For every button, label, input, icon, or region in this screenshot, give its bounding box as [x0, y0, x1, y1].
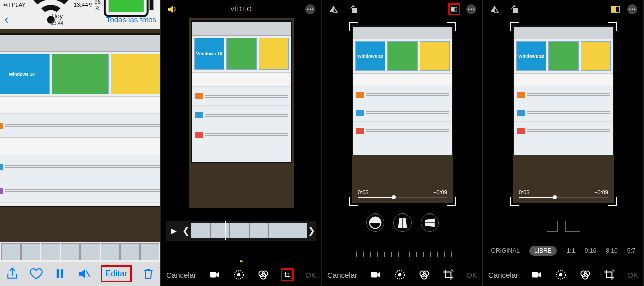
ratio-original[interactable]: ORIGINAL: [491, 247, 520, 254]
delete-button[interactable]: [141, 266, 156, 281]
crop-handle-bl[interactable]: [510, 197, 519, 206]
svg-rect-16: [352, 8, 357, 13]
svg-point-7: [307, 9, 309, 10]
carrier-label: PLAY: [12, 2, 25, 8]
trim-end-handle[interactable]: ❯: [307, 225, 316, 236]
filters-tool[interactable]: [257, 268, 270, 281]
nav-title-block: Hoy 13:44: [51, 13, 63, 25]
ok-button[interactable]: OK: [627, 271, 638, 279]
timeline-strip[interactable]: ▶ ❮ ❯: [166, 221, 316, 241]
svg-point-42: [559, 273, 562, 277]
ratio-1-1[interactable]: 1:1: [567, 247, 575, 254]
video-scrubber[interactable]: 0:05 −0:09: [358, 189, 447, 198]
straighten-controls: [322, 213, 482, 232]
video-scrubber[interactable]: 0:05 −0:09: [519, 189, 608, 198]
aspect-ratio-button[interactable]: [448, 3, 460, 15]
crop-tool[interactable]: [603, 268, 616, 281]
more-button[interactable]: [626, 3, 638, 15]
svg-point-20: [468, 9, 470, 10]
all-photos-link[interactable]: Todas las fotos: [106, 15, 156, 24]
editor-title: VÍDEO: [230, 6, 252, 13]
filters-tool[interactable]: [579, 268, 592, 281]
thumbnail-strip[interactable]: [0, 242, 160, 262]
svg-rect-4: [61, 269, 63, 278]
cancel-button[interactable]: Cancelar: [488, 271, 518, 279]
time-remaining: −0:09: [433, 189, 447, 195]
aspect-ratio-panel: Windows 10 0:05 −0:09 ORIGINAL LIBRE 1:1…: [483, 0, 644, 286]
more-button[interactable]: [465, 3, 477, 15]
photo-preview[interactable]: Windows 10: [0, 29, 160, 242]
frame-thumbnails[interactable]: [191, 223, 307, 238]
playhead[interactable]: [225, 221, 226, 240]
ok-button[interactable]: OK: [466, 271, 477, 279]
orientation-landscape[interactable]: [565, 221, 580, 232]
svg-rect-3: [57, 269, 59, 278]
crop-handle-tl[interactable]: [510, 22, 519, 31]
horizon-button[interactable]: [366, 213, 384, 232]
time-elapsed: 0:05: [358, 189, 368, 195]
crop-frame[interactable]: Windows 10 0:05 −0:09: [350, 23, 455, 205]
editor-bottom-bar: Cancelar OK: [322, 264, 482, 286]
crop-handle-tr[interactable]: [608, 22, 617, 31]
crop-handle-br[interactable]: [608, 197, 617, 206]
video-tool[interactable]: [369, 268, 382, 281]
flip-vertical-button[interactable]: [327, 3, 339, 15]
trim-start-handle[interactable]: ❮: [181, 225, 191, 236]
ratio-libre[interactable]: LIBRE: [529, 246, 557, 256]
more-button[interactable]: [304, 3, 316, 15]
ratio-5-7[interactable]: 5:7: [627, 247, 636, 254]
play-button[interactable]: ▶: [166, 227, 181, 235]
svg-line-5: [86, 271, 90, 277]
rotate-button[interactable]: [508, 3, 520, 15]
signal-icon: ••ıl: [3, 2, 10, 8]
crop-handle-tl[interactable]: [349, 22, 358, 31]
svg-point-12: [237, 273, 240, 277]
aspect-ratio-button[interactable]: [609, 3, 621, 15]
ok-button[interactable]: OK: [305, 271, 316, 279]
volume-button[interactable]: [166, 3, 178, 15]
back-button[interactable]: ‹: [4, 12, 9, 27]
mute-button[interactable]: [76, 266, 92, 281]
video-canvas[interactable]: Windows 10: [189, 18, 294, 208]
share-button[interactable]: [5, 266, 20, 281]
cancel-button[interactable]: Cancelar: [327, 271, 357, 279]
battery-pct: 96 %: [95, 0, 101, 11]
svg-rect-27: [371, 272, 377, 278]
rotate-button[interactable]: [347, 3, 359, 15]
adjust-tool[interactable]: [232, 268, 246, 281]
scrubber-knob[interactable]: [553, 195, 557, 199]
svg-rect-33: [513, 8, 518, 13]
crop-tool[interactable]: [281, 268, 294, 281]
ratio-8-10[interactable]: 8:10: [606, 247, 617, 254]
crop-handle-tr[interactable]: [447, 22, 456, 31]
svg-point-29: [398, 273, 401, 277]
crop-frame[interactable]: Windows 10 0:05 −0:09: [511, 23, 616, 205]
flip-vertical-button[interactable]: [488, 3, 500, 15]
ratio-9-16[interactable]: 9:16: [585, 247, 596, 254]
orientation-portrait[interactable]: [547, 221, 558, 232]
like-button[interactable]: [29, 266, 44, 281]
video-tool[interactable]: [208, 268, 221, 281]
editor-bottom-bar: Cancelar OK: [161, 264, 321, 286]
filters-tool[interactable]: [418, 268, 431, 281]
svg-point-37: [629, 9, 631, 10]
vertical-perspective-button[interactable]: [393, 213, 412, 232]
adjust-tool[interactable]: [554, 268, 568, 281]
edit-button[interactable]: Editar: [101, 265, 132, 282]
svg-rect-40: [532, 272, 538, 278]
crop-tool[interactable]: [442, 268, 455, 281]
video-tool[interactable]: [530, 268, 543, 281]
svg-point-39: [634, 9, 636, 10]
scrubber-knob[interactable]: [392, 195, 396, 199]
horizontal-perspective-button[interactable]: [421, 213, 439, 232]
aspect-ratio-options: ORIGINAL LIBRE 1:1 9:16 8:10 5:7: [483, 246, 643, 256]
adjust-tool[interactable]: [393, 268, 407, 281]
svg-point-21: [471, 9, 472, 10]
crop-handle-bl[interactable]: [349, 197, 358, 206]
crop-handle-br[interactable]: [447, 197, 456, 206]
pause-button[interactable]: [52, 266, 67, 281]
crop-edit-panel: Windows 10 0:05 −0:09 Cancelar: [322, 0, 483, 286]
angle-ruler[interactable]: [332, 242, 472, 257]
cancel-button[interactable]: Cancelar: [166, 271, 196, 279]
bottom-toolbar: Editar: [0, 262, 160, 286]
